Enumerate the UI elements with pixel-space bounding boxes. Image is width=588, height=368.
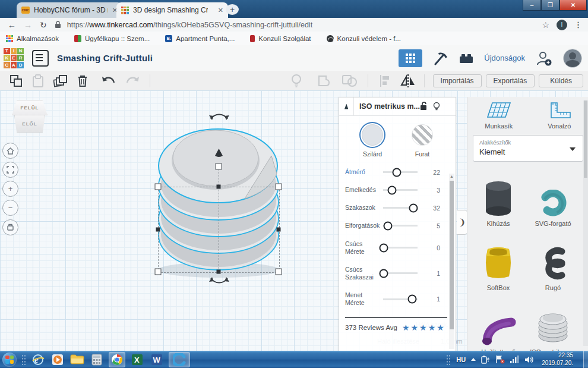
bookmark-star-icon[interactable]: ☆ (542, 20, 549, 30)
tip-size-slider[interactable] (383, 247, 418, 249)
center-handle[interactable] (217, 185, 221, 189)
rotations-slider[interactable] (383, 225, 418, 227)
ungroup-icon[interactable] (317, 74, 332, 87)
edge-handle[interactable] (156, 228, 160, 232)
rotate-handle-bottom[interactable] (208, 277, 230, 285)
maximize-button[interactable]: ❐ (541, 0, 559, 11)
thread-size-slider[interactable] (383, 298, 418, 300)
shape-extrude[interactable]: Kihúzás (471, 165, 526, 227)
delete-icon[interactable] (77, 74, 88, 87)
zoom-out-button[interactable]: − (2, 200, 18, 216)
shape-softbox[interactable]: SoftBox (471, 229, 526, 291)
view-cube-front[interactable]: ELŐL (14, 115, 45, 133)
invite-person-icon[interactable] (536, 51, 552, 66)
zoom-in-button[interactable]: + (2, 181, 18, 197)
home-view-button[interactable] (2, 143, 18, 159)
rotate-handle-top[interactable] (208, 112, 230, 120)
edge-handle[interactable] (277, 228, 281, 232)
browser-tab-inactive[interactable]: CNC HobbyCNC fórum - 3D nyomtatá ✕ (17, 2, 122, 18)
browser-menu-icon[interactable]: ⋮ (574, 20, 582, 29)
diameter-slider[interactable] (383, 171, 418, 173)
show-desktop-button[interactable] (583, 351, 588, 368)
action-center-flag-icon[interactable] (495, 355, 505, 364)
refresh-icon[interactable]: ↻ (40, 20, 47, 30)
hole-option[interactable]: Furat (412, 124, 433, 158)
shape-bent-pipe[interactable]: Hajlított cső (471, 294, 526, 356)
collapse-panel-icon[interactable] (344, 104, 348, 109)
internet-explorer-icon[interactable]: e (30, 353, 46, 367)
profile-avatar[interactable]: I (557, 20, 567, 30)
network-signal-icon[interactable] (510, 356, 519, 363)
tip-segments-slider[interactable] (383, 272, 418, 274)
show-all-bulb-icon[interactable] (290, 74, 302, 88)
paste-icon[interactable] (32, 74, 44, 87)
group-icon[interactable] (342, 74, 358, 87)
segments-slider[interactable] (383, 207, 418, 209)
bookmark-konzuli-szolgalat[interactable]: Konzuli Szolgálat (250, 35, 311, 42)
minecraft-pickaxe-icon[interactable] (433, 51, 448, 65)
calculator-icon[interactable] (89, 353, 105, 367)
close-button[interactable]: ✕ (559, 0, 587, 11)
shape-svg-revolve[interactable]: SVG-forgató (526, 165, 580, 227)
duplicate-icon[interactable] (53, 74, 68, 87)
pitch-slider[interactable] (383, 189, 418, 191)
shape-iso-thread[interactable]: ISO metrikus … (526, 294, 580, 356)
scale-handle[interactable] (276, 184, 282, 190)
back-icon[interactable]: ← (8, 20, 16, 30)
mirror-flip-icon[interactable] (400, 74, 416, 88)
solid-option[interactable]: Szilárd (362, 124, 383, 158)
taskbar-clock[interactable]: 22:35 2019.07.20. (542, 352, 573, 367)
align-icon[interactable] (379, 74, 391, 87)
language-indicator[interactable]: HU (456, 356, 466, 363)
bookmark-apps[interactable]: Alkalmazások (6, 35, 59, 42)
volume-icon[interactable] (524, 356, 534, 364)
view-cube-top[interactable]: FELÜL (12, 100, 48, 115)
perspective-toggle-button[interactable] (2, 219, 18, 235)
edge-handle[interactable] (217, 270, 221, 274)
excel-icon[interactable]: X (129, 353, 145, 367)
height-scale-handle[interactable] (216, 163, 222, 170)
bookmark-ugyfelkapu[interactable]: Ügyfélkapu :: Szem... (74, 35, 150, 42)
workplane-tool[interactable]: Munkasík (485, 102, 513, 130)
send-button[interactable]: Küldés (539, 74, 583, 87)
scale-handle[interactable] (155, 184, 162, 190)
url-text[interactable]: https://www.tinkercad.com/things/kOHeba5… (67, 21, 312, 29)
star-rating[interactable]: ★★★★★ (402, 323, 445, 332)
scale-handle[interactable] (276, 269, 282, 275)
export-button[interactable]: Exportálás (486, 74, 535, 87)
hidden-icons-button[interactable] (471, 358, 476, 361)
explorer-folder-icon[interactable] (69, 353, 85, 367)
shape-spring[interactable]: Rugó (526, 229, 580, 291)
blocks-view-button[interactable] (399, 49, 422, 67)
hide-bulb-icon[interactable] (433, 102, 440, 111)
new-tab-button[interactable]: + (226, 4, 239, 15)
ruler-tool[interactable]: Vonalzó (548, 102, 571, 130)
fit-view-button[interactable] (2, 162, 18, 178)
shape-category-dropdown[interactable]: Alakkészítők Kiemelt (473, 135, 583, 162)
brick-icon[interactable] (459, 53, 473, 64)
import-button[interactable]: Importálás (433, 74, 482, 87)
gallery-scrollbar[interactable] (583, 100, 588, 346)
scale-handle[interactable] (155, 269, 162, 275)
undo-icon[interactable] (101, 76, 115, 86)
minimize-button[interactable]: – (523, 0, 541, 11)
tab-close-icon[interactable]: ✕ (218, 7, 223, 14)
tinkercad-logo[interactable]: T I N K E R C A D (4, 48, 24, 68)
browser-tab-active[interactable]: 3D design Smashing Crift-Juttuli ✕ (116, 2, 228, 18)
design-menu-icon[interactable] (32, 50, 49, 67)
bookmark-apartment[interactable]: B. Apartment Punta,... (165, 35, 235, 42)
news-link[interactable]: Újdonságok (484, 54, 525, 62)
chrome-taskbar-icon[interactable] (109, 352, 125, 367)
user-avatar[interactable] (563, 49, 582, 68)
start-button[interactable] (2, 353, 17, 367)
word-icon[interactable]: W (149, 353, 165, 367)
redo-icon[interactable] (126, 76, 140, 86)
properties-scrollbar[interactable]: ▲ (449, 174, 454, 349)
view-cube[interactable]: FELÜL ELŐL (12, 100, 46, 136)
hole-swatch[interactable] (412, 124, 433, 146)
design-title[interactable]: Smashing Crift-Juttuli (57, 53, 153, 63)
solid-swatch[interactable] (362, 124, 383, 146)
bookmark-konzuli-vedelem[interactable]: Konzuli védelem - f... (327, 35, 401, 42)
media-player-icon[interactable] (50, 353, 65, 367)
raise-cone-handle[interactable] (214, 149, 223, 158)
